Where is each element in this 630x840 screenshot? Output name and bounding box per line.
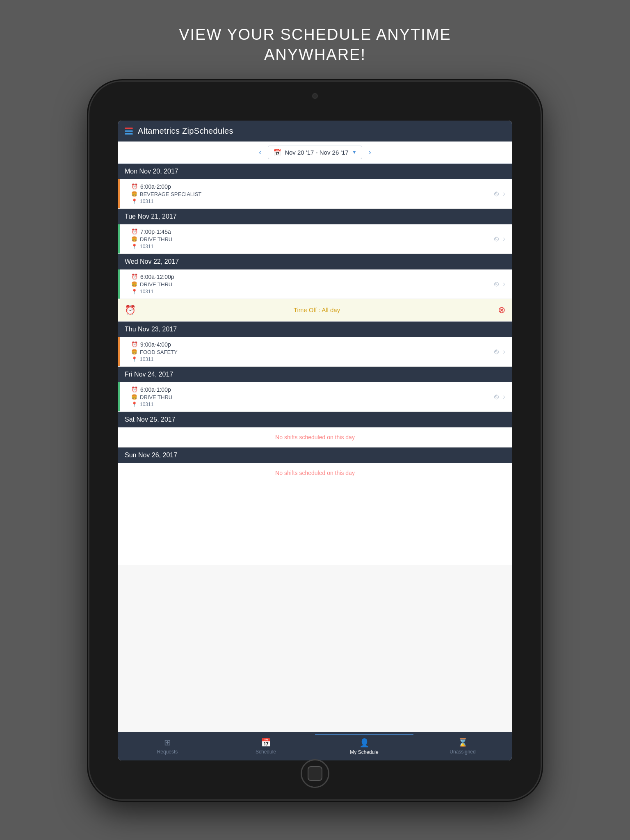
shift-location-text: 10311 [140, 244, 153, 249]
shift-actions: ⎋ › [494, 189, 505, 198]
shift-actions: ⎋ › [494, 280, 505, 288]
shift-location-text: 10311 [140, 356, 153, 362]
date-range-picker[interactable]: 📅 Nov 20 '17 - Nov 26 '17 ▼ [268, 146, 362, 159]
shift-location-text: 10311 [140, 402, 153, 407]
home-button-inner [308, 766, 322, 781]
shift-role-row: 🍔 FOOD SAFETY [131, 349, 494, 355]
day-header-1: Tue Nov 21, 2017 [118, 209, 512, 224]
shift-location-row: 📍 10311 [131, 356, 494, 362]
shift-role-row: 🍔 DRIVE THRU [131, 236, 494, 242]
shift-role-row: 🍔 DRIVE THRU [131, 281, 494, 288]
promo-line2: ANYWHARE! [179, 45, 451, 65]
time-off-row: ⏰ Time Off : All day ⊗ [118, 299, 512, 322]
day-header-2: Wed Nov 22, 2017 [118, 254, 512, 269]
shift-time-row: ⏰ 6:00a-2:00p [131, 183, 494, 190]
shift-item[interactable]: ⏰ 7:00p-1:45a 🍔 DRIVE THRU 📍 10311 ⎋ › [118, 224, 512, 254]
time-off-text: Time Off : All day [136, 306, 498, 313]
shift-color-indicator [118, 337, 120, 366]
shift-time-text: 9:00a-4:00p [140, 341, 171, 348]
share-button[interactable]: ⎋ [494, 235, 499, 243]
share-button[interactable]: ⎋ [494, 347, 499, 356]
clock-icon: ⏰ [131, 228, 138, 235]
shift-details: ⏰ 7:00p-1:45a 🍔 DRIVE THRU 📍 10311 [125, 228, 494, 249]
shift-details: ⏰ 6:00a-1:00p 🍔 DRIVE THRU 📍 10311 [125, 386, 494, 407]
date-nav-bar: ‹ 📅 Nov 20 '17 - Nov 26 '17 ▼ › [118, 142, 512, 164]
nav-icon-1: 📅 [261, 737, 271, 747]
shift-item[interactable]: ⏰ 6:00a-2:00p 🍔 BEVERAGE SPECIALIST 📍 10… [118, 179, 512, 209]
prev-week-button[interactable]: ‹ [256, 147, 264, 158]
shift-role-row: 🍔 DRIVE THRU [131, 394, 494, 400]
chevron-right-icon[interactable]: › [503, 347, 505, 356]
role-icon: 🍔 [131, 191, 137, 197]
shift-role-text: DRIVE THRU [140, 394, 172, 400]
chevron-right-icon[interactable]: › [503, 189, 505, 198]
shift-role-text: FOOD SAFETY [140, 349, 178, 355]
role-icon: 🍔 [131, 394, 137, 400]
clock-icon: ⏰ [131, 183, 138, 189]
shift-actions: ⎋ › [494, 393, 505, 401]
shift-time-row: ⏰ 9:00a-4:00p [131, 341, 494, 348]
clock-icon: ⏰ [131, 386, 138, 393]
shift-time-text: 6:00a-1:00p [140, 386, 171, 393]
nav-label-0: Requests [157, 749, 178, 755]
nav-item-requests[interactable]: ⊞Requests [118, 734, 217, 758]
shift-time-row: ⏰ 7:00p-1:45a [131, 228, 494, 235]
calendar-icon: 📅 [273, 148, 281, 156]
shift-item[interactable]: ⏰ 6:00a-12:00p 🍔 DRIVE THRU 📍 10311 ⎋ › [118, 269, 512, 299]
shift-time-text: 6:00a-12:00p [140, 274, 174, 280]
bottom-nav: ⊞Requests📅Schedule👤My Schedule⌛Unassigne… [118, 732, 512, 760]
shift-location-text: 10311 [140, 289, 153, 294]
nav-item-unassigned[interactable]: ⌛Unassigned [413, 734, 512, 758]
location-icon: 📍 [131, 244, 137, 249]
location-icon: 📍 [131, 402, 137, 407]
time-off-cancel-button[interactable]: ⊗ [498, 305, 505, 315]
nav-item-my-schedule[interactable]: 👤My Schedule [315, 734, 413, 758]
share-button[interactable]: ⎋ [494, 393, 499, 401]
shift-role-row: 🍔 BEVERAGE SPECIALIST [131, 191, 494, 197]
dropdown-arrow-icon: ▼ [352, 149, 357, 155]
camera [312, 93, 318, 99]
shift-location-row: 📍 10311 [131, 289, 494, 294]
shift-color-indicator [118, 179, 120, 208]
shift-item[interactable]: ⏰ 6:00a-1:00p 🍔 DRIVE THRU 📍 10311 ⎋ › [118, 382, 512, 412]
next-week-button[interactable]: › [366, 147, 374, 158]
no-shifts-text: No shifts scheduled on this day [118, 463, 512, 483]
shift-time-row: ⏰ 6:00a-1:00p [131, 386, 494, 393]
nav-item-schedule[interactable]: 📅Schedule [217, 734, 315, 758]
location-icon: 📍 [131, 289, 137, 294]
nav-label-1: Schedule [256, 749, 276, 755]
home-button[interactable] [301, 759, 329, 788]
share-button[interactable]: ⎋ [494, 189, 499, 198]
shift-item[interactable]: ⏰ 9:00a-4:00p 🍔 FOOD SAFETY 📍 10311 ⎋ › [118, 337, 512, 367]
shift-role-text: DRIVE THRU [140, 281, 172, 288]
promo-line1: VIEW YOUR SCHEDULE ANYTIME [179, 25, 451, 45]
nav-label-3: Unassigned [450, 749, 475, 755]
shift-location-row: 📍 10311 [131, 199, 494, 204]
share-button[interactable]: ⎋ [494, 280, 499, 288]
shift-time-row: ⏰ 6:00a-12:00p [131, 274, 494, 280]
nav-icon-2: 👤 [359, 738, 370, 748]
location-icon: 📍 [131, 199, 137, 204]
app-header: Altametrics ZipSchedules [118, 121, 512, 142]
shift-time-text: 6:00a-2:00p [140, 183, 171, 190]
chevron-right-icon[interactable]: › [503, 280, 505, 288]
shift-actions: ⎋ › [494, 235, 505, 243]
menu-button[interactable] [125, 128, 133, 135]
tablet-screen: Altametrics ZipSchedules ‹ 📅 Nov 20 '17 … [118, 121, 512, 760]
schedule-content[interactable]: Mon Nov 20, 2017 ⏰ 6:00a-2:00p 🍔 BEVERAG… [118, 164, 512, 732]
day-header-4: Fri Nov 24, 2017 [118, 367, 512, 382]
role-icon: 🍔 [131, 349, 137, 355]
schedule-spacer [118, 483, 512, 565]
shift-location-row: 📍 10311 [131, 244, 494, 249]
shift-color-indicator [118, 382, 120, 411]
chevron-right-icon[interactable]: › [503, 393, 505, 401]
no-shifts-text: No shifts scheduled on this day [118, 427, 512, 447]
clock-icon: ⏰ [131, 341, 138, 347]
chevron-right-icon[interactable]: › [503, 235, 505, 243]
shift-time-text: 7:00p-1:45a [140, 228, 171, 235]
role-icon: 🍔 [131, 236, 137, 242]
shift-actions: ⎋ › [494, 347, 505, 356]
day-header-6: Sun Nov 26, 2017 [118, 447, 512, 463]
shift-details: ⏰ 6:00a-2:00p 🍔 BEVERAGE SPECIALIST 📍 10… [125, 183, 494, 204]
nav-icon-3: ⌛ [458, 737, 468, 747]
